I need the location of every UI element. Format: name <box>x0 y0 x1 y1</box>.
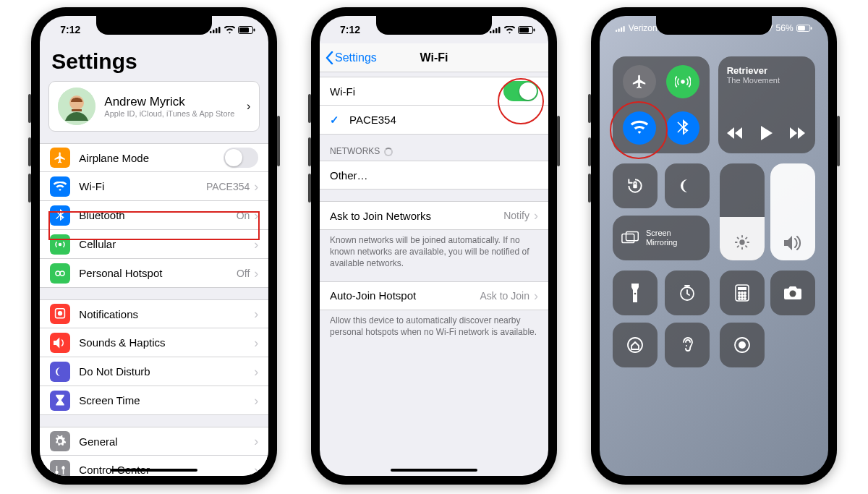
svg-point-41 <box>741 292 742 294</box>
svg-rect-19 <box>495 28 498 33</box>
cellular-toggle[interactable] <box>666 65 699 98</box>
status-time: 7:12 <box>60 24 80 35</box>
chevron-icon: › <box>247 100 250 113</box>
wifi-toggle[interactable] <box>503 81 538 101</box>
wifi-status-icon <box>224 26 235 34</box>
camera-button[interactable] <box>770 271 815 315</box>
row-general[interactable]: General› <box>40 427 268 456</box>
svg-rect-22 <box>519 27 529 33</box>
chevron-icon: › <box>254 307 258 320</box>
screentime-icon <box>50 391 70 411</box>
brightness-slider[interactable] <box>720 163 765 260</box>
svg-rect-23 <box>533 28 535 31</box>
screen-mirroring-button[interactable]: Screen Mirroring <box>613 216 710 260</box>
chevron-icon: › <box>254 464 258 477</box>
other-network-row[interactable]: Other… <box>320 161 548 189</box>
battery-icon <box>518 26 535 34</box>
row-sounds-haptics[interactable]: Sounds & Haptics› <box>40 328 268 357</box>
svg-rect-34 <box>626 232 638 241</box>
svg-point-53 <box>739 341 746 349</box>
cellular-icon <box>50 234 70 255</box>
status-time: 7:12 <box>340 24 360 35</box>
flashlight-button[interactable] <box>613 271 658 315</box>
chevron-icon: › <box>254 435 258 448</box>
home-button[interactable] <box>613 323 658 367</box>
row-bluetooth[interactable]: BluetoothOn› <box>40 201 268 230</box>
calculator-button[interactable] <box>720 271 765 315</box>
home-indicator[interactable] <box>111 469 197 472</box>
connected-network-name: PACE354 <box>349 114 538 126</box>
orientation-lock-button[interactable] <box>613 163 658 208</box>
profile-row[interactable]: Andrew Myrick Apple ID, iCloud, iTunes &… <box>48 81 260 132</box>
volume-slider[interactable] <box>770 163 815 260</box>
row-label: Do Not Disturb <box>79 365 254 378</box>
phone-settings: 7:12 Settings Andrew Myrick Apple ID, iC… <box>31 7 277 485</box>
svg-point-12 <box>60 271 64 276</box>
svg-rect-9 <box>72 109 82 111</box>
svg-rect-25 <box>618 28 619 31</box>
timer-button[interactable] <box>665 271 710 315</box>
svg-rect-27 <box>623 26 624 32</box>
screen-record-button[interactable] <box>720 323 765 367</box>
bluetooth-toggle[interactable] <box>666 111 699 145</box>
row-value: Off <box>237 268 250 279</box>
row-wi-fi[interactable]: Wi-FiPACE354› <box>40 172 268 201</box>
back-button[interactable]: Settings <box>326 51 377 64</box>
svg-point-43 <box>738 295 739 297</box>
row-label: Airplane Mode <box>79 152 224 164</box>
wifi-toggle-cc[interactable] <box>623 111 656 145</box>
chevron-icon: › <box>254 394 258 407</box>
svg-point-46 <box>738 298 739 299</box>
general-icon <box>50 431 70 451</box>
connected-network-row[interactable]: ✓ PACE354 <box>320 106 548 135</box>
chevron-icon: › <box>254 267 258 280</box>
ask-label: Ask to Join Networks <box>330 210 503 222</box>
hearing-button[interactable] <box>665 323 710 367</box>
networks-header: NETWORKS <box>320 135 548 161</box>
auto-value: Ask to Join <box>480 290 529 302</box>
brightness-icon <box>734 234 750 250</box>
next-icon[interactable] <box>790 127 806 139</box>
volume-icon <box>784 236 801 250</box>
airplane-toggle[interactable] <box>623 65 656 98</box>
chevron-icon: › <box>254 209 258 222</box>
notifications-icon <box>50 304 70 324</box>
auto-join-row[interactable]: Auto-Join Hotspot Ask to Join › <box>320 281 548 310</box>
svg-rect-6 <box>254 28 255 31</box>
phone-control-center: Verizon 56% <box>591 7 837 485</box>
avatar <box>58 88 95 125</box>
svg-point-50 <box>628 338 642 352</box>
row-do-not-disturb[interactable]: Do Not Disturb› <box>40 357 268 386</box>
svg-rect-29 <box>798 26 805 30</box>
wifi-icon <box>50 176 70 197</box>
svg-point-16 <box>62 467 64 469</box>
svg-point-42 <box>744 292 745 294</box>
wifi-toggle-row[interactable]: Wi-Fi <box>320 77 548 106</box>
now-playing-tile[interactable]: Retriever The Movement <box>718 56 815 153</box>
ask-to-join-row[interactable]: Ask to Join Networks Notify › <box>320 201 548 230</box>
row-screen-time[interactable]: Screen Time› <box>40 386 268 415</box>
svg-rect-24 <box>616 30 617 32</box>
row-notifications[interactable]: Notifications› <box>40 299 268 328</box>
row-label: Personal Hotspot <box>79 267 237 279</box>
row-label: Cellular <box>79 238 254 250</box>
svg-point-51 <box>686 345 687 346</box>
svg-point-40 <box>738 292 739 294</box>
dnd-button[interactable] <box>665 163 710 208</box>
signal-icon <box>210 26 221 33</box>
switch[interactable] <box>224 148 258 168</box>
row-airplane-mode[interactable]: Airplane Mode <box>40 143 268 172</box>
svg-rect-2 <box>216 28 218 33</box>
row-personal-hotspot[interactable]: Personal HotspotOff› <box>40 259 268 288</box>
play-icon[interactable] <box>761 126 773 140</box>
chevron-icon: › <box>254 180 258 193</box>
svg-rect-5 <box>239 27 249 33</box>
notch <box>96 16 212 35</box>
row-cellular[interactable]: Cellular› <box>40 230 268 259</box>
auto-footnote: Allow this device to automatically disco… <box>320 310 548 338</box>
prev-icon[interactable] <box>727 127 743 139</box>
signal-icon <box>490 26 501 33</box>
home-indicator[interactable] <box>391 469 477 472</box>
row-control-center[interactable]: Control Center› <box>40 456 268 476</box>
bluetooth-icon <box>50 205 70 226</box>
